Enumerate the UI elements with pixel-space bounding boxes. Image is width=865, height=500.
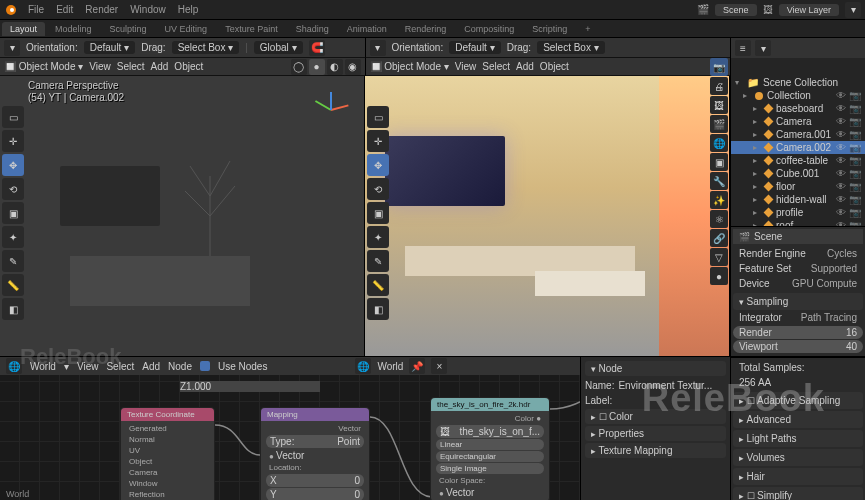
viewlayer-field[interactable]: View Layer <box>779 4 839 16</box>
tool-select-box[interactable]: ▭ <box>2 106 24 128</box>
prop-tab-material[interactable]: ● <box>710 267 728 285</box>
prop-tab-world[interactable]: 🌐 <box>710 134 728 152</box>
tool-rotate-2[interactable]: ⟲ <box>367 178 389 200</box>
sock-normal[interactable]: Normal <box>125 434 210 445</box>
node-editor[interactable]: 🌐 World ▾ View Select Add Node Use Nodes… <box>0 357 580 500</box>
tab-uv[interactable]: UV Editing <box>157 22 216 36</box>
menu-object[interactable]: Object <box>174 61 203 72</box>
tab-sculpting[interactable]: Sculpting <box>102 22 155 36</box>
adaptive-sampling[interactable]: ▸ ☐ Adaptive Sampling <box>733 392 863 409</box>
tab-shading[interactable]: Shading <box>288 22 337 36</box>
menu-add[interactable]: Add <box>151 61 169 72</box>
outliner-type-icon[interactable]: ≡ <box>735 40 751 56</box>
sock-object[interactable]: Object <box>125 456 210 467</box>
prop-tab-scene[interactable]: 🎬 <box>710 115 728 133</box>
hair[interactable]: ▸ Hair <box>733 468 863 485</box>
outliner-item-hidden-wall[interactable]: ▸hidden-wall👁 📷 <box>731 193 865 206</box>
env-linear[interactable]: Linear <box>436 439 544 450</box>
prop-tab-render[interactable]: 📷 <box>710 58 728 76</box>
device-value[interactable]: GPU Compute <box>792 278 857 289</box>
node-label-field[interactable] <box>616 395 726 407</box>
menu-add-2[interactable]: Add <box>516 61 534 72</box>
outliner-root[interactable]: ▾📁Scene Collection <box>731 76 865 89</box>
orientation-dropdown[interactable]: Default ▾ <box>84 41 135 54</box>
editor-type-icon-2[interactable]: ▾ <box>370 40 386 56</box>
outliner-item-cube-001[interactable]: ▸Cube.001👁 📷 <box>731 167 865 180</box>
nav-gizmo[interactable] <box>306 84 356 134</box>
shading-solid-icon[interactable]: ● <box>309 59 325 75</box>
menu-object-2[interactable]: Object <box>540 61 569 72</box>
tool-cursor-2[interactable]: ✛ <box>367 130 389 152</box>
mapping-type[interactable]: Type:Point <box>266 435 364 448</box>
tool-measure[interactable]: 📏 <box>2 274 24 296</box>
menu-select-2[interactable]: Select <box>482 61 510 72</box>
menu-edit[interactable]: Edit <box>56 4 73 15</box>
node-mapping[interactable]: Mapping Vector Type:Point ● Vector Locat… <box>260 407 370 500</box>
tool-cursor[interactable]: ✛ <box>2 130 24 152</box>
menu-render[interactable]: Render <box>85 4 118 15</box>
properties-panel[interactable]: 🎬 Scene Render EngineCycles Feature SetS… <box>730 226 865 356</box>
render-engine-value[interactable]: Cycles <box>827 248 857 259</box>
tab-layout[interactable]: Layout <box>2 22 45 36</box>
tool-move-2[interactable]: ✥ <box>367 154 389 176</box>
sampling-section[interactable]: ▾ Sampling <box>733 293 863 310</box>
mapping-loc-y[interactable]: Y0 <box>266 488 364 500</box>
menu-file[interactable]: File <box>28 4 44 15</box>
outliner-item-floor[interactable]: ▸floor👁 📷 <box>731 180 865 193</box>
prop-tab-constraint[interactable]: 🔗 <box>710 229 728 247</box>
viewport-samples[interactable]: Viewport40 <box>733 340 863 353</box>
prop-tab-object[interactable]: ▣ <box>710 153 728 171</box>
tab-add[interactable]: + <box>577 22 598 36</box>
outliner[interactable]: ▾📁Scene Collection ▸Collection👁 📷▸basebo… <box>730 76 865 226</box>
render-samples[interactable]: Render16 <box>733 326 863 339</box>
tool-annotate[interactable]: ✎ <box>2 250 24 272</box>
filter-icon[interactable]: ▾ <box>845 2 861 18</box>
prop-tab-physics[interactable]: ⚛ <box>710 210 728 228</box>
viewport-rendered[interactable]: ▭ ✛ ✥ ⟲ ▣ ✦ ✎ 📏 ◧ <box>365 76 730 356</box>
prop-tab-output[interactable]: 🖨 <box>710 77 728 95</box>
outliner-item-baseboard[interactable]: ▸baseboard👁 📷 <box>731 102 865 115</box>
prop-tab-data[interactable]: ▽ <box>710 248 728 266</box>
tool-scale[interactable]: ▣ <box>2 202 24 224</box>
shading-wireframe-icon[interactable]: ◯ <box>291 59 307 75</box>
outliner-filter-icon[interactable]: ▾ <box>755 40 771 56</box>
node-environment-texture[interactable]: the_sky_is_on_fire_2k.hdr Color ● 🖼the_s… <box>430 397 550 500</box>
sock-camera[interactable]: Camera <box>125 467 210 478</box>
tool-transform-2[interactable]: ✦ <box>367 226 389 248</box>
menu-help[interactable]: Help <box>178 4 199 15</box>
prop-tab-modifier[interactable]: 🔧 <box>710 172 728 190</box>
menu-select[interactable]: Select <box>117 61 145 72</box>
tab-animation[interactable]: Animation <box>339 22 395 36</box>
env-single[interactable]: Single Image <box>436 463 544 474</box>
tool-transform[interactable]: ✦ <box>2 226 24 248</box>
env-colorspace[interactable]: Color Space: <box>435 475 545 486</box>
env-color-out[interactable]: Color ● <box>435 413 545 424</box>
light-paths[interactable]: ▸ Light Paths <box>733 430 863 447</box>
tool-rotate[interactable]: ⟲ <box>2 178 24 200</box>
nodepanel-texmap[interactable]: ▸ Texture Mapping <box>585 443 726 458</box>
viewport-solid[interactable]: Camera Perspective (54) YT | Camera.002 … <box>0 76 365 356</box>
env-equirect[interactable]: Equirectangular <box>436 451 544 462</box>
tool-scale-2[interactable]: ▣ <box>367 202 389 224</box>
tab-compositing[interactable]: Compositing <box>456 22 522 36</box>
tool-addcube-2[interactable]: ◧ <box>367 298 389 320</box>
simplify[interactable]: ▸ ☐ Simplify <box>733 487 863 500</box>
tool-select-box-2[interactable]: ▭ <box>367 106 389 128</box>
mode-dropdown[interactable]: 🔲 Object Mode ▾ <box>4 61 83 72</box>
outliner-item-profile[interactable]: ▸profile👁 📷 <box>731 206 865 219</box>
advanced[interactable]: ▸ Advanced <box>733 411 863 428</box>
prop-tab-particle[interactable]: ✨ <box>710 191 728 209</box>
menu-view[interactable]: View <box>89 61 111 72</box>
node-sidepanel[interactable]: ▾ Node Name:Environment Textur... Label:… <box>580 357 730 500</box>
sock-uv[interactable]: UV <box>125 445 210 456</box>
env-file[interactable]: 🖼the_sky_is_on_f... <box>436 425 544 438</box>
tool-move[interactable]: ✥ <box>2 154 24 176</box>
editor-type-icon[interactable]: ▾ <box>4 40 20 56</box>
outliner-item-camera-001[interactable]: ▸Camera.001👁 📷 <box>731 128 865 141</box>
outliner-item-camera[interactable]: ▸Camera👁 📷 <box>731 115 865 128</box>
outliner-item-coffee-table[interactable]: ▸coffee-table👁 📷 <box>731 154 865 167</box>
mapping-loc-x[interactable]: X0 <box>266 474 364 487</box>
outliner-item-camera-002[interactable]: ▸Camera.002👁 📷 <box>731 141 865 154</box>
properties-panel-lower[interactable]: Total Samples: 256 AA ▸ ☐ Adaptive Sampl… <box>730 357 865 500</box>
tab-texture[interactable]: Texture Paint <box>217 22 286 36</box>
